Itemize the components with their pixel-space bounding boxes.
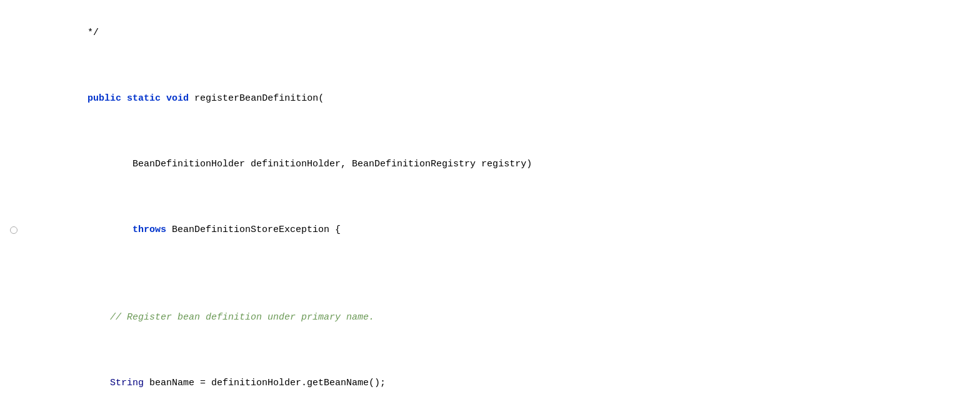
keyword-public: public xyxy=(88,93,121,104)
code-indent xyxy=(76,225,132,235)
code-text xyxy=(121,93,127,104)
line-code-7: //完成BeanDefinition的注册，重点看，重要程度5 xyxy=(25,416,980,419)
code-line-5: // Register bean definition under primar… xyxy=(0,285,980,350)
line-code-1: public static void registerBeanDefinitio… xyxy=(25,66,980,131)
code-indent xyxy=(76,378,110,388)
code-indent xyxy=(76,93,88,104)
gutter-3 xyxy=(0,224,25,236)
gutter-icon-3 xyxy=(8,224,20,236)
code-text: BeanDefinitionHolder definitionHolder, B… xyxy=(76,159,532,169)
code-line-7: //完成BeanDefinition的注册，重点看，重要程度5 xyxy=(0,416,980,419)
code-line-6: String beanName = definitionHolder.getBe… xyxy=(0,350,980,416)
code-editor: */ public static void registerBeanDefini… xyxy=(0,0,980,419)
code-content: */ public static void registerBeanDefini… xyxy=(0,0,980,419)
code-text xyxy=(161,93,166,104)
line-code-0: */ xyxy=(25,0,980,66)
line-code-5: // Register bean definition under primar… xyxy=(25,285,980,350)
code-line-3: throws BeanDefinitionStoreException { xyxy=(0,197,980,263)
keyword-throws: throws xyxy=(132,225,166,235)
line-code-6: String beanName = definitionHolder.getBe… xyxy=(25,350,980,416)
code-text: registerBeanDefinition( xyxy=(189,93,324,104)
code-text: */ xyxy=(76,28,99,38)
code-line-1: public static void registerBeanDefinitio… xyxy=(0,66,980,131)
comment-text-5: // Register bean definition under primar… xyxy=(76,312,374,323)
code-line-4 xyxy=(0,263,980,285)
breakpoint-dot-3 xyxy=(10,226,18,234)
type-string: String xyxy=(110,378,144,388)
code-text: BeanDefinitionStoreException { xyxy=(166,225,341,235)
code-line-2: BeanDefinitionHolder definitionHolder, B… xyxy=(0,131,980,197)
code-text: beanName = definitionHolder.getBeanName(… xyxy=(144,378,386,388)
code-line-0: */ xyxy=(0,0,980,66)
line-code-2: BeanDefinitionHolder definitionHolder, B… xyxy=(25,131,980,197)
line-code-3: throws BeanDefinitionStoreException { xyxy=(25,197,980,263)
keyword-static: static xyxy=(127,93,161,104)
keyword-void: void xyxy=(166,93,189,104)
